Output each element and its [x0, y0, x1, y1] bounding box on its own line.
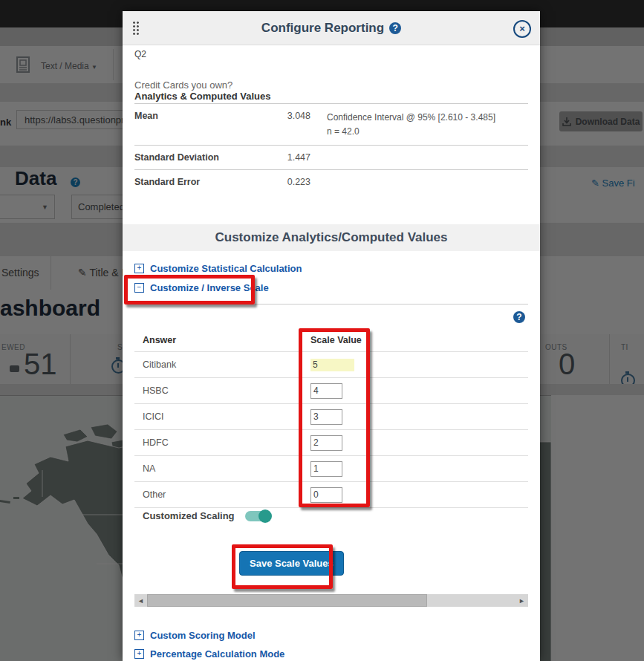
table-row: NA: [134, 455, 528, 481]
stat-row-std-error: Standard Error 0.223: [134, 169, 528, 194]
question-code: Q2: [134, 49, 146, 59]
analytics-header: Analytics & Computed Values: [134, 91, 271, 102]
table-row: Citibank 5: [134, 351, 528, 377]
expand-icon: +: [134, 631, 144, 640]
expand-icon: +: [134, 264, 144, 273]
statistics-table: Mean 3.048 Confidence Interval @ 95% [2.…: [134, 103, 528, 194]
scale-value-input-icici[interactable]: [310, 409, 342, 425]
scale-value-table: Answer Scale Value Citibank 5 HSBC ICICI…: [134, 329, 528, 508]
customize-statistical-calculation-link[interactable]: + Customize Statistical Calculation: [134, 263, 302, 274]
percentage-calculation-mode-link[interactable]: + Percentage Calculation Mode: [134, 648, 284, 660]
configure-reporting-modal: Configure Reporting ? × Q2 Credit Cards …: [123, 11, 540, 661]
scale-value-input-hsbc[interactable]: [310, 383, 342, 399]
scrollbar-track[interactable]: [147, 594, 515, 607]
scale-value-input-hdfc[interactable]: [310, 435, 342, 451]
scale-value-input-citibank[interactable]: 5: [310, 359, 354, 371]
help-icon[interactable]: ?: [389, 22, 401, 34]
stat-row-mean: Mean 3.048 Confidence Interval @ 95% [2.…: [134, 103, 528, 145]
close-icon[interactable]: ×: [513, 20, 531, 38]
customized-scaling-row: Customized Scaling: [143, 510, 270, 521]
help-icon[interactable]: ?: [513, 311, 525, 323]
save-scale-values-button[interactable]: Save Scale Values: [239, 551, 344, 576]
answer-column-header: Answer: [134, 335, 302, 345]
divider: [134, 304, 528, 305]
scale-table-header: Answer Scale Value: [134, 329, 528, 351]
table-row: HDFC: [134, 429, 528, 455]
table-row: Other: [134, 481, 528, 508]
modal-header: Configure Reporting ? ×: [123, 11, 540, 45]
scale-value-column-header: Scale Value: [302, 335, 528, 345]
confidence-interval: Confidence Interval @ 95% [2.610 - 3.485…: [327, 112, 495, 123]
scroll-left-icon[interactable]: ◄: [134, 597, 147, 605]
scale-value-input-na[interactable]: [310, 461, 342, 477]
scroll-right-icon[interactable]: ►: [515, 597, 528, 605]
collapse-icon: −: [134, 283, 144, 293]
modal-title: Configure Reporting ?: [123, 11, 540, 45]
table-row: HSBC: [134, 377, 528, 403]
sample-size: n = 42.0: [327, 126, 360, 137]
customized-scaling-toggle[interactable]: [245, 511, 270, 521]
table-row: ICICI: [134, 403, 528, 429]
customize-section-header: Customize Analytics/Computed Values: [123, 224, 540, 251]
expand-icon: +: [134, 649, 144, 659]
question-text: Credit Cards you own?: [134, 79, 232, 91]
questionpro-dashboard-page: Text / Media ▼ nk Download Data Data ? ✎…: [0, 0, 644, 661]
custom-scoring-model-link[interactable]: + Custom Scoring Model: [134, 630, 256, 641]
stat-row-std-deviation: Standard Deviation 1.447: [134, 145, 528, 169]
scrollbar-thumb[interactable]: [147, 594, 427, 607]
customize-inverse-scale-link[interactable]: − Customize / Inverse Scale: [134, 282, 269, 293]
horizontal-scrollbar[interactable]: ◄ ►: [134, 594, 528, 607]
scale-value-input-other[interactable]: [310, 487, 342, 503]
